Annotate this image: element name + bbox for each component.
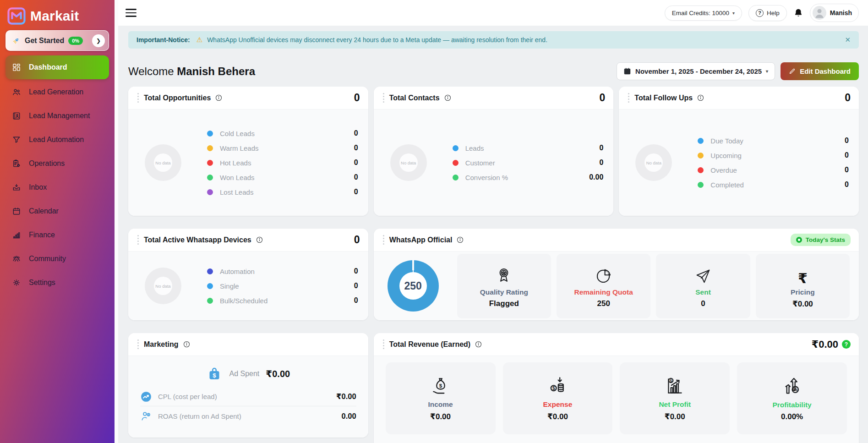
legend-row: Warm Leads0	[207, 143, 358, 153]
get-started-button[interactable]: Get Started 0% ❯	[5, 30, 109, 51]
card-total-value: 0	[845, 92, 851, 104]
stat-label: Pricing	[791, 288, 815, 296]
legend-label: Single	[220, 282, 239, 290]
sidebar-item-label: Community	[29, 255, 66, 263]
avatar	[813, 6, 826, 20]
roas-row: ROAS (return on Ad Spent) 0.00	[140, 406, 356, 426]
edit-dashboard-button[interactable]: Edit Dashboard	[781, 62, 859, 80]
legend-dot	[453, 145, 459, 151]
sidebar-item-label: Finance	[29, 231, 55, 239]
sidebar-scrollbar[interactable]	[115, 0, 118, 443]
legend-dot	[207, 145, 213, 151]
todays-stats-badge[interactable]: Today's Stats	[791, 234, 851, 246]
sidebar-item-operations[interactable]: Operations	[5, 152, 109, 175]
edit-dashboard-label: Edit Dashboard	[800, 67, 851, 75]
legend-label: Won Leads	[220, 174, 255, 181]
help-badge-icon[interactable]: ?	[842, 340, 851, 349]
sidebar-item-label: Inbox	[29, 183, 47, 191]
info-icon[interactable]	[183, 340, 191, 348]
email-credits-dropdown[interactable]: Email Credits: 10000 ▾	[665, 5, 742, 21]
close-icon[interactable]: ✕	[845, 36, 851, 44]
notice-message: WhatsApp Unofficial devices may disconne…	[207, 36, 547, 44]
drag-handle-icon[interactable]	[382, 234, 385, 246]
drag-handle-icon[interactable]	[136, 92, 140, 104]
legend-dot	[207, 189, 213, 195]
legend-label: Bulk/Scheduled	[220, 297, 267, 305]
legend-label: Conversion %	[465, 174, 508, 181]
stat-sent: Sent 0	[656, 254, 750, 318]
sidebar-item-settings[interactable]: Settings	[5, 271, 109, 295]
svg-text:$: $	[439, 383, 442, 388]
sidebar-item-calendar[interactable]: Calendar	[5, 199, 109, 223]
legend-label: Overdue	[710, 166, 737, 174]
legend-dot	[453, 175, 459, 180]
info-icon[interactable]	[215, 94, 223, 102]
logo[interactable]: Markait	[5, 5, 109, 30]
svg-text:$: $	[552, 386, 555, 391]
sidebar-item-lead-generation[interactable]: Lead Generation	[5, 80, 109, 104]
legend-row: Upcoming0	[698, 150, 849, 161]
sidebar-item-community[interactable]: Community	[5, 247, 109, 271]
legend-row: Completed0	[698, 180, 849, 190]
drag-handle-icon[interactable]	[136, 339, 140, 350]
tile-value: 0.00%	[781, 412, 803, 421]
dashboard-grid-icon	[12, 63, 21, 72]
stat-pricing: ₹ Pricing ₹0.00	[756, 254, 850, 318]
notifications-bell-icon[interactable]	[793, 8, 803, 18]
drag-handle-icon[interactable]	[627, 92, 630, 104]
roas-label: ROAS (return on Ad Spent)	[158, 412, 241, 420]
sidebar-item-inbox[interactable]: Inbox	[5, 175, 109, 199]
legend-label: Automation	[220, 268, 255, 275]
notice-prefix: Important-Notice:	[136, 36, 190, 44]
help-button[interactable]: ? Help	[748, 5, 787, 21]
inbox-icon	[12, 183, 21, 192]
card-title: Total Follow Ups	[634, 94, 693, 102]
menu-toggle-icon[interactable]	[126, 9, 136, 17]
progress-badge: 0%	[68, 37, 83, 45]
info-icon[interactable]	[444, 94, 452, 102]
info-icon[interactable]	[697, 94, 704, 102]
legend-row: Conversion %0.00	[453, 172, 604, 183]
sidebar-item-lead-automation[interactable]: Lead Automation	[5, 128, 109, 152]
drag-handle-icon[interactable]	[382, 339, 385, 350]
tile-value: ₹0.00	[547, 412, 568, 421]
info-icon[interactable]	[475, 340, 482, 348]
chevron-right-icon[interactable]: ❯	[92, 34, 105, 47]
dashboard-content: Important-Notice: ⚠ WhatsApp Unofficial …	[118, 26, 868, 443]
funnel-icon	[12, 135, 21, 144]
legend-label: Hot Leads	[220, 159, 251, 167]
sidebar-item-dashboard[interactable]: Dashboard	[5, 55, 109, 79]
svg-text:$: $	[670, 378, 672, 383]
card-total-opportunities: Total Opportunities 0 No data Cold Leads…	[128, 87, 368, 216]
user-menu[interactable]: Manish	[810, 4, 859, 22]
clipboard-gear-icon	[12, 159, 21, 168]
page-title: Welcome Manish Behera	[128, 65, 255, 78]
drag-handle-icon[interactable]	[136, 234, 140, 246]
drag-handle-icon[interactable]	[382, 92, 385, 104]
welcome-greeting: Welcome	[128, 65, 174, 77]
sidebar-item-finance[interactable]: Finance	[5, 223, 109, 247]
sidebar-item-lead-management[interactable]: Lead Management	[5, 104, 109, 128]
legend-value: 0	[845, 137, 849, 145]
pencil-icon	[789, 68, 796, 75]
legend-dot	[453, 160, 459, 166]
info-icon[interactable]	[256, 236, 263, 244]
legend-dot	[698, 167, 704, 173]
calendar-icon	[623, 67, 631, 75]
stat-label: Quality Rating	[480, 288, 528, 296]
tile-label: Income	[428, 400, 453, 409]
no-data-label: No data	[155, 284, 170, 289]
stat-value: ₹0.00	[792, 299, 813, 309]
sidebar: Markait Get Started 0% ❯ Dashboard Lead …	[0, 0, 115, 443]
tile-net-profit: $ Net Profit ₹0.00	[620, 362, 730, 434]
info-icon[interactable]	[456, 236, 464, 244]
income-icon: $	[429, 375, 452, 397]
date-range-picker[interactable]: November 1, 2025 - December 24, 2025 ▾	[617, 62, 775, 80]
pie-chart-icon	[594, 263, 613, 285]
card-total-follow-ups: Total Follow Ups 0 No data Due Today0 Up…	[619, 87, 859, 216]
legend-dot	[207, 268, 213, 274]
legend-dot	[207, 160, 213, 166]
card-title: Total Contacts	[389, 94, 440, 102]
finance-chart-icon	[12, 230, 21, 240]
sidebar-nav: Dashboard Lead Generation Lead Managemen…	[5, 55, 109, 295]
